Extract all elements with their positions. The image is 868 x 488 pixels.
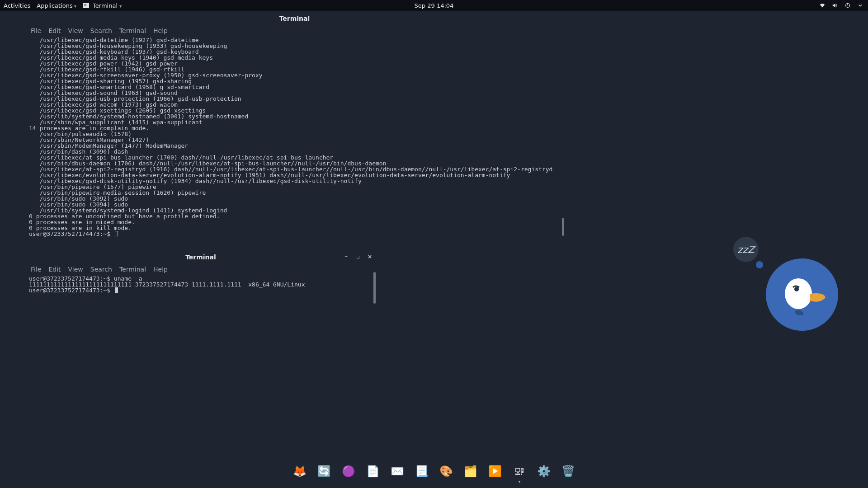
- system-menu-caret-icon[interactable]: [857, 2, 863, 9]
- dock-app-mail[interactable]: ✉️: [388, 462, 407, 481]
- terminal-window-1[interactable]: Terminal File Edit View Search Terminal …: [24, 12, 565, 237]
- sleep-bubble: zzZ: [733, 237, 759, 262]
- terminal-cursor: [115, 231, 118, 236]
- power-icon[interactable]: [844, 2, 851, 9]
- topbar-app-terminal[interactable]: Terminal: [83, 2, 122, 9]
- dock-app-drawing[interactable]: 🎨: [437, 462, 456, 481]
- term2-menu-edit[interactable]: Edit: [48, 266, 61, 273]
- dock-app-podcasts[interactable]: 🟣: [339, 462, 358, 481]
- terminal-1-title: Terminal: [279, 15, 310, 22]
- dock-app-trash[interactable]: 🗑️: [559, 462, 578, 481]
- volume-icon[interactable]: [832, 2, 838, 9]
- terminal-prompt[interactable]: user@372337527174473:~$: [29, 287, 373, 293]
- term2-menu-terminal[interactable]: Terminal: [119, 266, 146, 273]
- dock-app-document[interactable]: 📃: [412, 462, 431, 481]
- maximize-button[interactable]: ▫: [354, 253, 362, 260]
- minimize-button[interactable]: –: [343, 253, 350, 260]
- sleep-bubble-dot: [756, 261, 763, 268]
- applications-menu[interactable]: Applications: [37, 2, 76, 9]
- term2-menu-file[interactable]: File: [31, 266, 41, 273]
- dock-app-gedit[interactable]: 📄: [363, 462, 382, 481]
- term2-menu-view[interactable]: View: [68, 266, 83, 273]
- terminal-prompt[interactable]: user@372337527174473:~$: [29, 231, 560, 237]
- activities-button[interactable]: Activities: [4, 2, 30, 9]
- topbar-clock[interactable]: Sep 29 14:04: [415, 2, 454, 9]
- close-button[interactable]: ×: [366, 253, 373, 260]
- terminal-2-titlebar[interactable]: Terminal – ▫ ×: [24, 250, 377, 264]
- terminal-icon: [83, 3, 89, 8]
- dock-app-firefox[interactable]: 🦊: [290, 462, 309, 481]
- dock-app-files[interactable]: 🗂️: [461, 462, 480, 481]
- dock-app-terminal[interactable]: 🖳: [510, 462, 529, 481]
- dock-app-settings[interactable]: ⚙️: [534, 462, 553, 481]
- topbar-app-label: Terminal: [93, 2, 118, 9]
- term2-menu-search[interactable]: Search: [90, 266, 112, 273]
- gnome-topbar: Activities Applications Terminal Sep 29 …: [0, 0, 868, 11]
- terminal-1-titlebar[interactable]: Terminal: [24, 12, 565, 25]
- assistant-avatar[interactable]: [766, 258, 838, 331]
- dock: 🦊🔄🟣📄✉️📃🎨🗂️▶️🖳⚙️🗑️: [284, 459, 584, 483]
- term1-menu-terminal[interactable]: Terminal: [119, 27, 146, 34]
- terminal-cursor: [115, 287, 118, 293]
- dock-app-media[interactable]: ▶️: [486, 462, 505, 481]
- term1-menu-file[interactable]: File: [31, 27, 41, 34]
- term1-menu-view[interactable]: View: [68, 27, 83, 34]
- term1-menu-search[interactable]: Search: [90, 27, 112, 34]
- term2-menu-help[interactable]: Help: [153, 266, 168, 273]
- network-icon[interactable]: [819, 2, 826, 9]
- terminal-window-2[interactable]: Terminal – ▫ × File Edit View Search Ter…: [24, 250, 377, 413]
- terminal-2-title: Terminal: [185, 253, 216, 261]
- duck-icon: [775, 267, 829, 322]
- terminal-2-menubar: File Edit View Search Terminal Help: [24, 264, 377, 276]
- terminal-2-scrollbar[interactable]: [373, 272, 376, 304]
- term1-menu-help[interactable]: Help: [153, 27, 168, 34]
- svg-point-4: [794, 287, 799, 291]
- sleep-bubble-text: zzZ: [737, 244, 755, 255]
- term1-menu-edit[interactable]: Edit: [48, 27, 61, 34]
- dock-app-sync[interactable]: 🔄: [315, 462, 334, 481]
- terminal-2-body[interactable]: user@372337527174473:~$ uname -a11111111…: [24, 276, 377, 296]
- terminal-1-scrollbar[interactable]: [562, 218, 564, 236]
- terminal-1-body[interactable]: /usr/libexec/gsd-datetime (1927) gsd-dat…: [24, 37, 565, 239]
- svg-point-3: [785, 278, 812, 309]
- terminal-1-menubar: File Edit View Search Terminal Help: [24, 25, 565, 37]
